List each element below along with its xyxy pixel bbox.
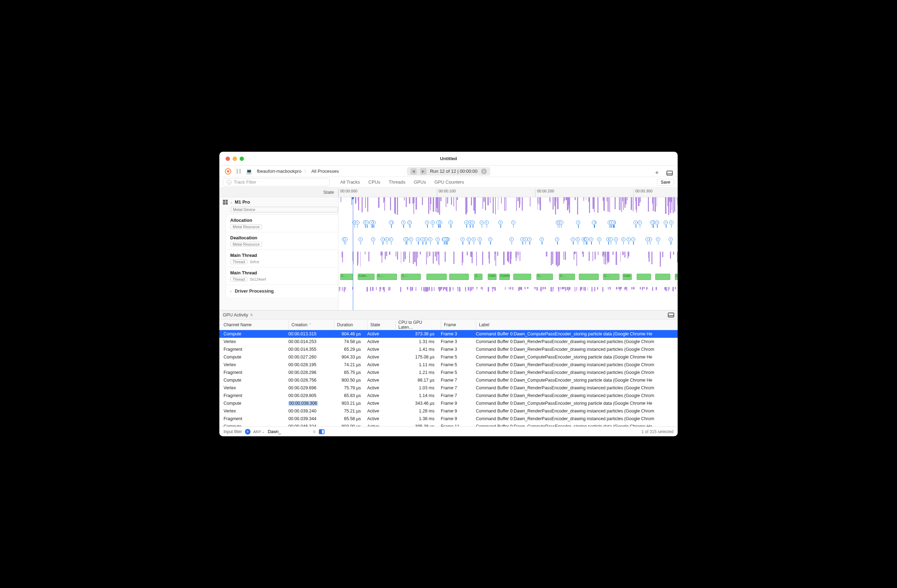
- event-marker[interactable]: T: [656, 237, 660, 242]
- col-duration[interactable]: Duration: [334, 320, 367, 330]
- minimize-button[interactable]: [233, 157, 237, 161]
- filter-chip-icon[interactable]: ≡: [245, 429, 251, 435]
- table-row[interactable]: Compute00:00.046.324903.00 µsActive395.3…: [219, 423, 678, 426]
- table-row[interactable]: Vertex00:00.028.19574.21 µsActive1.11 ms…: [219, 361, 678, 369]
- event-marker[interactable]: T: [631, 237, 635, 242]
- event-marker[interactable]: T: [355, 220, 360, 225]
- add-button[interactable]: [655, 169, 659, 177]
- event-marker[interactable]: T: [645, 237, 650, 242]
- table-row[interactable]: Fragment00:00.029.80565.83 µsActive1.14 …: [219, 392, 678, 400]
- filter-mode[interactable]: ANY ⌄: [253, 429, 265, 434]
- event-marker[interactable]: T: [343, 237, 347, 242]
- event-marker[interactable]: T: [524, 237, 528, 242]
- event-marker[interactable]: T: [436, 237, 440, 242]
- tab-gpu-counters[interactable]: GPU Counters: [435, 179, 464, 185]
- event-marker[interactable]: T: [448, 220, 453, 225]
- pause-button[interactable]: [236, 169, 241, 174]
- command-buffer-span[interactable]: C…: [340, 274, 353, 280]
- event-marker[interactable]: T: [621, 237, 625, 242]
- table-row[interactable]: Vertex00:00.014.25374.58 µsActive1.31 ms…: [219, 338, 678, 346]
- col-creation[interactable]: Creation ⌃: [288, 320, 334, 330]
- table-row[interactable]: Compute00:00.038.306903.21 µsActive343.4…: [219, 400, 678, 407]
- command-buffer-span[interactable]: [449, 274, 469, 280]
- command-buffer-span[interactable]: [655, 274, 670, 280]
- save-button[interactable]: Save: [657, 179, 674, 186]
- command-buffer-span[interactable]: Com…: [675, 274, 678, 280]
- close-button[interactable]: [226, 157, 230, 161]
- table-row[interactable]: Compute00:00.028.756900.50 µsActive86.17…: [219, 376, 678, 384]
- event-marker[interactable]: T: [585, 237, 589, 242]
- table-row[interactable]: Fragment00:00.014.35565.29 µsActive1.41 …: [219, 346, 678, 353]
- command-buffer-span[interactable]: Com…: [358, 274, 374, 280]
- event-marker[interactable]: T: [510, 237, 514, 242]
- track-deallocation[interactable]: Deallocation Metal Resource: [226, 232, 338, 250]
- event-marker[interactable]: T: [461, 237, 465, 242]
- track-main-thread-1[interactable]: Main Thread Thread 0xfce: [226, 250, 338, 267]
- command-buffer-span[interactable]: C…: [559, 274, 575, 280]
- timeline-lanes[interactable]: TTTTTTTTTTTTTTTTTTTTTTTTTTTTTTTTTTTTTTTT…: [338, 197, 678, 310]
- command-buffer-span[interactable]: Comm…: [499, 274, 510, 280]
- event-marker[interactable]: T: [431, 220, 435, 225]
- event-marker[interactable]: T: [650, 220, 654, 225]
- detail-panel-icon[interactable]: [668, 312, 674, 317]
- table-row[interactable]: Compute00:00.013.315904.46 µsActive373.3…: [219, 330, 678, 338]
- event-marker[interactable]: T: [527, 237, 531, 242]
- event-marker[interactable]: T: [385, 237, 389, 242]
- command-buffer-span[interactable]: C…: [474, 274, 482, 280]
- event-marker[interactable]: T: [389, 220, 393, 225]
- event-marker[interactable]: T: [365, 220, 369, 225]
- zoom-button[interactable]: [240, 157, 244, 161]
- filter-input[interactable]: [268, 429, 310, 434]
- record-button[interactable]: [225, 168, 231, 175]
- tab-cpus[interactable]: CPUs: [368, 179, 380, 185]
- event-marker[interactable]: T: [407, 220, 412, 225]
- track-filter-input[interactable]: ⌄ Track Filter: [223, 178, 330, 187]
- event-marker[interactable]: T: [655, 220, 659, 225]
- command-buffer-span[interactable]: C…: [377, 274, 397, 280]
- clear-filter-icon[interactable]: ⊗: [312, 429, 316, 434]
- event-marker[interactable]: T: [467, 237, 471, 242]
- info-icon[interactable]: i: [481, 168, 487, 174]
- run-pill[interactable]: ◀ ▶ Run 12 of 12 | 00:00:00 i: [407, 167, 490, 176]
- event-marker[interactable]: T: [559, 220, 563, 225]
- command-buffer-span[interactable]: [637, 274, 651, 280]
- event-marker[interactable]: T: [589, 237, 593, 242]
- event-marker[interactable]: T: [571, 237, 575, 242]
- event-marker[interactable]: T: [511, 220, 516, 225]
- command-buffer-span[interactable]: Com…: [488, 274, 496, 280]
- table-row[interactable]: Vertex00:00.039.24075.21 µsActive1.28 ms…: [219, 407, 678, 415]
- event-marker[interactable]: T: [597, 237, 601, 242]
- event-marker[interactable]: T: [634, 220, 638, 225]
- time-ruler[interactable]: 00:00.000 00:00.100 00:00.200 00:00.300: [338, 187, 678, 197]
- col-state[interactable]: State: [367, 320, 395, 330]
- event-marker[interactable]: T: [664, 220, 668, 225]
- command-buffer-span[interactable]: Com…: [623, 274, 632, 280]
- event-marker[interactable]: T: [369, 220, 373, 225]
- filter-toggle[interactable]: [319, 429, 325, 434]
- col-frame[interactable]: Frame: [441, 320, 476, 330]
- run-next-button[interactable]: ▶: [420, 168, 426, 175]
- event-marker[interactable]: T: [389, 237, 393, 242]
- event-marker[interactable]: T: [614, 237, 618, 242]
- command-buffer-span[interactable]: C…: [603, 274, 619, 280]
- event-marker[interactable]: T: [498, 220, 502, 225]
- event-marker[interactable]: T: [576, 237, 580, 242]
- event-marker[interactable]: T: [464, 220, 468, 225]
- event-marker[interactable]: T: [555, 237, 559, 242]
- event-marker[interactable]: T: [669, 220, 674, 225]
- playhead[interactable]: [353, 197, 353, 310]
- device-row[interactable]: ⌄ M1 Pro: [219, 197, 338, 205]
- command-buffer-span[interactable]: [579, 274, 599, 280]
- event-marker[interactable]: T: [471, 220, 475, 225]
- table-row[interactable]: Fragment00:00.028.29665.75 µsActive1.21 …: [219, 369, 678, 376]
- command-buffer-span[interactable]: [513, 274, 531, 280]
- col-channel[interactable]: Channel Name: [223, 322, 288, 327]
- event-marker[interactable]: T: [371, 237, 375, 242]
- event-marker[interactable]: T: [638, 220, 642, 225]
- event-marker[interactable]: T: [428, 237, 432, 242]
- table-row[interactable]: Fragment00:00.039.34465.58 µsActive1.38 …: [219, 415, 678, 423]
- event-marker[interactable]: T: [609, 237, 613, 242]
- tab-threads[interactable]: Threads: [389, 179, 406, 185]
- event-marker[interactable]: T: [403, 237, 407, 242]
- event-marker[interactable]: T: [381, 237, 385, 242]
